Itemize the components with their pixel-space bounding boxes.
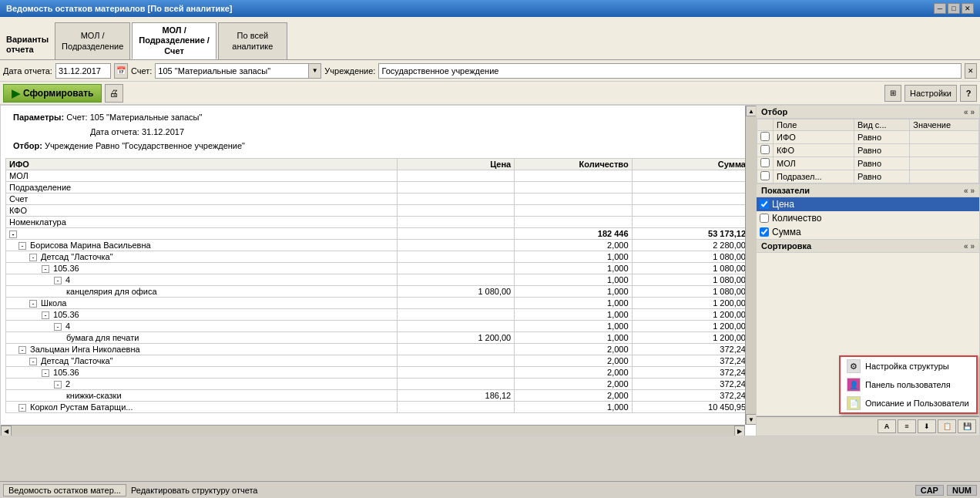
account-field[interactable]: 105 "Материальные запасы" bbox=[155, 63, 309, 79]
table-view-button[interactable]: ⊞ bbox=[884, 85, 901, 102]
toolbar-text-btn[interactable]: A bbox=[878, 419, 896, 433]
col-znachenie: Значение bbox=[910, 119, 979, 131]
otbor-type-mol: Равно bbox=[854, 157, 909, 170]
print-button[interactable]: 🖨 bbox=[105, 84, 123, 103]
check-tsena[interactable] bbox=[760, 200, 769, 209]
expand-icon[interactable]: - bbox=[29, 254, 37, 261]
expand-icon[interactable]: - bbox=[18, 346, 26, 354]
table-row: канцелярия для офиса 1 080,00 1,000 1 08… bbox=[6, 286, 750, 298]
menu-item-opisanie[interactable]: 📄 Описание и Пользователи bbox=[841, 394, 976, 412]
expand-icon[interactable]: - bbox=[29, 300, 37, 308]
col-header-ifo: ИФО bbox=[6, 159, 398, 170]
expand-icon[interactable]: - bbox=[9, 230, 17, 238]
uchrezhdenie-input[interactable] bbox=[378, 63, 962, 79]
table-row: - Детсад "Ласточка" 1,000 1 080,00 bbox=[6, 251, 750, 263]
menu-item-nastroyka-struktury[interactable]: ⚙ Настройка структуры bbox=[841, 357, 976, 375]
toolbar-table-btn[interactable]: ≡ bbox=[898, 419, 916, 433]
scroll-down-button[interactable]: ▼ bbox=[746, 414, 757, 425]
scroll-up-button[interactable]: ▲ bbox=[746, 106, 757, 116]
maximize-button[interactable]: □ bbox=[948, 3, 960, 14]
table-row: - 4 1,000 1 080,00 bbox=[6, 274, 750, 286]
pokazateli-item-qty[interactable]: Количество bbox=[757, 211, 979, 225]
check-qty[interactable] bbox=[760, 214, 769, 223]
otbor-value-kfo[interactable] bbox=[910, 144, 979, 157]
otbor-check-ifo[interactable] bbox=[760, 132, 770, 141]
pokazateli-item-tsena[interactable]: Цена bbox=[757, 197, 979, 211]
expand-icon[interactable]: - bbox=[42, 311, 49, 319]
table-row: Подразделение bbox=[6, 182, 750, 193]
pokazateli-header: Показатели « » bbox=[757, 184, 979, 197]
expand-icon[interactable]: - bbox=[54, 323, 62, 331]
expand-icon[interactable]: - bbox=[42, 265, 49, 273]
right-panel: Отбор « » Поле Вид с... Значение bbox=[757, 105, 980, 436]
otbor-check-kfo[interactable] bbox=[760, 145, 770, 154]
otbor-header: Отбор « » bbox=[757, 106, 979, 119]
play-icon: ▶ bbox=[12, 87, 20, 99]
report-scroll[interactable]: Параметры: Счет: 105 "Материальные запас… bbox=[1, 106, 756, 436]
otbor-value-podrazdel[interactable] bbox=[910, 170, 979, 183]
report-table: ИФО Цена Количество Сумма МОЛ bbox=[5, 158, 750, 413]
expand-icon[interactable]: - bbox=[18, 242, 26, 250]
window-controls: ─ □ ✕ bbox=[934, 3, 974, 14]
status-left: Ведомость остатков матер... Редактироват… bbox=[3, 484, 257, 496]
col-pole: Поле bbox=[774, 119, 854, 131]
otbor-type-kfo: Равно bbox=[854, 144, 909, 157]
expand-icon[interactable]: - bbox=[54, 381, 62, 389]
expand-icon[interactable]: - bbox=[29, 358, 37, 365]
report-area: Параметры: Счет: 105 "Материальные запас… bbox=[0, 105, 757, 436]
panel-bottom-toolbar: A ≡ ⬇ 📋 💾 bbox=[757, 416, 979, 436]
table-row: - 105.36 1,000 1 080,00 bbox=[6, 263, 750, 274]
otbor-value-ifo[interactable] bbox=[910, 131, 979, 144]
param-line-2: Дата отчета: 31.12.2017 bbox=[13, 125, 733, 140]
sformirovat-button[interactable]: ▶ Сформировать bbox=[3, 84, 102, 103]
vertical-scrollbar[interactable]: ▲ ▼ bbox=[745, 106, 756, 425]
col-check bbox=[757, 119, 774, 131]
close-button[interactable]: ✕ bbox=[962, 3, 974, 14]
status-indicators: CAP NUM bbox=[915, 485, 977, 496]
otbor-field-podrazdel: Подразел... bbox=[774, 170, 854, 183]
tab-mol-podrazdelenie-schet[interactable]: МОЛ /Подразделение /Счет bbox=[132, 22, 216, 59]
toolbar-copy-btn[interactable]: 📋 bbox=[938, 419, 956, 433]
table-row: - Школа 1,000 1 200,00 bbox=[6, 298, 750, 309]
expand-icon[interactable]: - bbox=[18, 404, 26, 412]
otbor-nav[interactable]: « » bbox=[964, 108, 975, 116]
pokazateli-nav[interactable]: « » bbox=[964, 187, 975, 195]
otbor-field-kfo: КФО bbox=[774, 144, 854, 157]
toolbar-down-btn[interactable]: ⬇ bbox=[918, 419, 936, 433]
otbor-table: Поле Вид с... Значение ИФО Равно bbox=[757, 119, 979, 183]
otbor-value-mol[interactable] bbox=[910, 157, 979, 170]
date-input[interactable] bbox=[55, 63, 111, 79]
horizontal-scrollbar[interactable]: ◀ ▶ bbox=[1, 425, 745, 436]
pokazateli-section: Показатели « » Цена Количество Сумма bbox=[757, 184, 979, 240]
menu-item-panel-polzovatelya[interactable]: 👤 Панель пользователя bbox=[841, 375, 976, 394]
minimize-button[interactable]: ─ bbox=[934, 3, 946, 14]
tab-mol-podrazdelenie[interactable]: МОЛ /Подразделение bbox=[55, 22, 130, 59]
calendar-button[interactable]: 📅 bbox=[114, 63, 128, 79]
col-header-qty: Количество bbox=[515, 159, 632, 170]
account-dropdown-button[interactable]: ▼ bbox=[309, 63, 321, 79]
otbor-check-mol[interactable] bbox=[760, 158, 770, 167]
expand-icon[interactable]: - bbox=[54, 277, 62, 284]
tab-po-vsey-analitike[interactable]: По всейаналитике bbox=[218, 22, 287, 59]
table-row: - Зальцман Инга Николаевна 2,000 372,24 bbox=[6, 344, 750, 355]
popup-menu: ⚙ Настройка структуры 👤 Панель пользоват… bbox=[839, 355, 978, 414]
expand-icon[interactable]: - bbox=[42, 369, 49, 377]
opisanie-icon: 📄 bbox=[847, 396, 861, 410]
title-bar: Ведомость остатков материалов [По всей а… bbox=[0, 0, 980, 17]
check-sum[interactable] bbox=[760, 227, 769, 237]
param-line-3: Отбор: Учреждение Равно "Государственное… bbox=[13, 139, 733, 153]
toolbar-save-btn[interactable]: 💾 bbox=[958, 419, 976, 433]
otbor-field-ifo: ИФО bbox=[774, 131, 854, 144]
clear-uchrezhdenie-button[interactable]: ✕ bbox=[965, 63, 977, 79]
settings-button[interactable]: Настройки bbox=[904, 85, 957, 102]
scroll-left-button[interactable]: ◀ bbox=[1, 426, 12, 436]
table-row: - 105.36 2,000 372,24 bbox=[6, 367, 750, 379]
otbor-check-podrazdel[interactable] bbox=[760, 171, 770, 180]
sortirovka-nav[interactable]: « » bbox=[964, 242, 975, 251]
otbor-section: Отбор « » Поле Вид с... Значение bbox=[757, 106, 979, 184]
taskbar-button[interactable]: Ведомость остатков матер... bbox=[3, 484, 126, 496]
pokazateli-item-sum[interactable]: Сумма bbox=[757, 225, 979, 239]
scroll-right-button[interactable]: ▶ bbox=[734, 426, 745, 436]
help-button[interactable]: ? bbox=[960, 85, 977, 102]
sortirovka-header: Сортировка « » bbox=[757, 240, 979, 253]
